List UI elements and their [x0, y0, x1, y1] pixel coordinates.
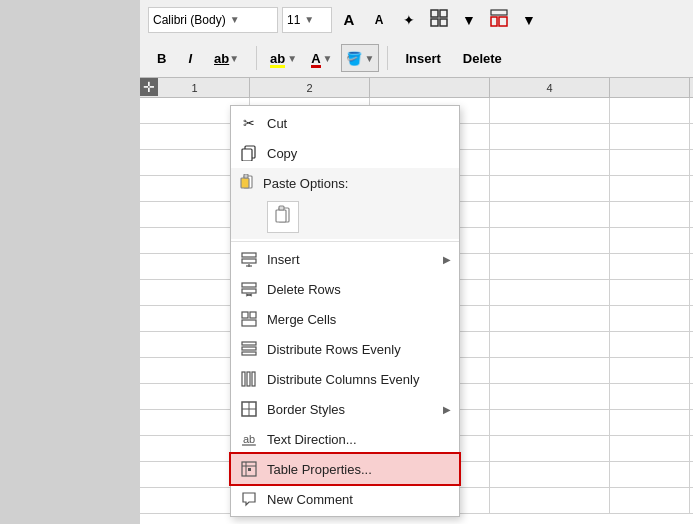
cell[interactable] — [490, 488, 610, 513]
cell[interactable] — [490, 306, 610, 331]
cell[interactable] — [490, 280, 610, 305]
new-comment-label: New Comment — [267, 492, 451, 507]
separator2 — [387, 46, 388, 70]
cell[interactable] — [490, 228, 610, 253]
cell[interactable] — [610, 462, 690, 487]
cell[interactable] — [490, 150, 610, 175]
context-menu-distribute-rows[interactable]: Distribute Rows Evenly — [231, 334, 459, 364]
font-color-icon: A — [311, 51, 320, 66]
context-menu: ✂ Cut Copy Paste Options: — [230, 105, 460, 517]
shading-button[interactable]: 🪣 ▼ — [341, 44, 379, 72]
svg-rect-40 — [248, 468, 251, 471]
cell[interactable] — [610, 436, 690, 461]
cell[interactable] — [610, 254, 690, 279]
cell[interactable] — [490, 410, 610, 435]
italic-button[interactable]: I — [179, 44, 201, 72]
font-color-button[interactable]: A ▼ — [306, 44, 337, 72]
cell[interactable] — [610, 306, 690, 331]
font-size-selector[interactable]: 11 ▼ — [282, 7, 332, 33]
layout-dropdown-button[interactable]: ▼ — [516, 7, 542, 33]
clear-formatting-button[interactable]: ✦ — [396, 7, 422, 33]
svg-rect-16 — [242, 259, 256, 263]
underline-button[interactable]: ab ▼ — [205, 44, 248, 72]
text-direction-icon: ab — [239, 429, 259, 449]
shading-dropdown-arrow2: ▼ — [364, 53, 374, 64]
cell[interactable] — [490, 98, 610, 123]
svg-rect-11 — [244, 174, 248, 178]
cell[interactable] — [490, 462, 610, 487]
cell[interactable] — [490, 358, 610, 383]
table-properties-icon — [239, 459, 259, 479]
shading-icon: 🪣 — [346, 51, 362, 66]
svg-rect-28 — [242, 352, 256, 355]
context-menu-copy[interactable]: Copy — [231, 138, 459, 168]
cell[interactable] — [610, 358, 690, 383]
copy-icon — [239, 143, 259, 163]
svg-rect-30 — [247, 372, 250, 386]
context-menu-table-properties[interactable]: Table Properties... — [231, 454, 459, 484]
cell[interactable] — [490, 436, 610, 461]
cell[interactable] — [490, 124, 610, 149]
context-menu-distribute-cols[interactable]: Distribute Columns Evenly — [231, 364, 459, 394]
context-menu-new-comment[interactable]: New Comment — [231, 484, 459, 514]
cell[interactable] — [610, 228, 690, 253]
cell[interactable] — [610, 280, 690, 305]
cell[interactable] — [610, 332, 690, 357]
cell[interactable] — [490, 332, 610, 357]
layout-button[interactable] — [486, 7, 512, 33]
delete-label: Delete — [463, 51, 502, 66]
cell[interactable] — [610, 98, 690, 123]
cell[interactable] — [610, 202, 690, 227]
underline-label: ab — [214, 51, 229, 66]
toolbar: Calibri (Body) ▼ 11 ▼ A A ✦ — [140, 0, 693, 78]
table-move-handle[interactable]: ✛ — [140, 78, 158, 96]
svg-rect-8 — [242, 149, 252, 161]
text-direction-label: Text Direction... — [267, 432, 451, 447]
highlight-button[interactable]: ab ▼ — [265, 44, 302, 72]
shrink-font-button[interactable]: A — [366, 7, 392, 33]
cell[interactable] — [490, 202, 610, 227]
shrink-font-icon: A — [375, 13, 384, 27]
context-menu-text-direction[interactable]: ab Text Direction... — [231, 424, 459, 454]
grow-font-button[interactable]: A — [336, 7, 362, 33]
cell[interactable] — [610, 384, 690, 409]
separator — [231, 241, 459, 242]
col-header-4-label: 4 — [546, 82, 552, 94]
left-panel — [0, 0, 140, 524]
svg-rect-10 — [241, 178, 249, 188]
font-name-selector[interactable]: Calibri (Body) ▼ — [148, 7, 278, 33]
cell[interactable] — [610, 124, 690, 149]
svg-rect-13 — [276, 210, 286, 222]
insert-label: Insert — [267, 252, 435, 267]
context-menu-insert[interactable]: Insert ▶ — [231, 244, 459, 274]
svg-rect-23 — [242, 312, 248, 318]
cell[interactable] — [610, 176, 690, 201]
cell[interactable] — [490, 384, 610, 409]
svg-text:ab: ab — [243, 433, 255, 445]
cell[interactable] — [490, 254, 610, 279]
toolbar-row1: Calibri (Body) ▼ 11 ▼ A A ✦ — [140, 0, 693, 40]
cell[interactable] — [490, 176, 610, 201]
cell[interactable] — [610, 488, 690, 513]
cell[interactable] — [610, 410, 690, 435]
borders-button[interactable] — [426, 7, 452, 33]
paste-options-label-row: Paste Options: — [231, 170, 459, 197]
context-menu-cut[interactable]: ✂ Cut — [231, 108, 459, 138]
context-menu-border-styles[interactable]: Border Styles ▶ — [231, 394, 459, 424]
cell[interactable] — [610, 150, 690, 175]
shading-dropdown-button[interactable]: ▼ — [456, 7, 482, 33]
bold-button[interactable]: B — [148, 44, 175, 72]
layout-dropdown-arrow: ▼ — [522, 12, 536, 28]
context-menu-delete-rows[interactable]: Delete Rows — [231, 274, 459, 304]
paste-icon — [239, 174, 255, 193]
svg-rect-26 — [242, 342, 256, 345]
svg-rect-3 — [440, 19, 447, 26]
merge-cells-label: Merge Cells — [267, 312, 451, 327]
insert-button[interactable]: Insert — [396, 44, 449, 72]
table-header-row: 1 2 4 — [140, 78, 693, 98]
distribute-cols-label: Distribute Columns Evenly — [267, 372, 451, 387]
delete-button[interactable]: Delete — [454, 44, 511, 72]
border-styles-label: Border Styles — [267, 402, 435, 417]
context-menu-merge-cells[interactable]: Merge Cells — [231, 304, 459, 334]
paste-keep-source-button[interactable] — [267, 201, 299, 233]
